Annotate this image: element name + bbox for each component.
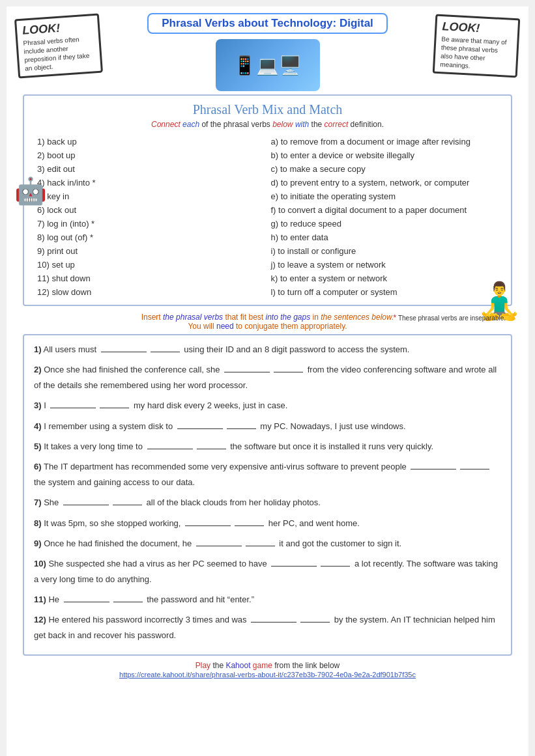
phrasal-verb-item: 7) log in (into) * xyxy=(34,217,268,230)
phrasal-verb-item: 3) edit out xyxy=(34,163,268,175)
blank-3-2 xyxy=(227,419,256,429)
phrasal-verb-item: 11) shut down xyxy=(34,272,268,285)
blank-6-1 xyxy=(63,495,109,505)
title-static: Phrasal Verbs about Technology: xyxy=(162,17,336,29)
title-box: Phrasal Verbs about Technology: Digital xyxy=(147,13,388,34)
phrasal-verb-item: 4) hack in/into * xyxy=(34,176,268,189)
definition-item: f) to convert a digital document to a pa… xyxy=(268,204,502,216)
inseparable-note: * These phrasal verbs are inseparable. xyxy=(393,313,506,322)
blank-1-2 xyxy=(274,362,303,372)
blank-5-1 xyxy=(411,459,456,469)
exercise-item: 5) It takes a very long time to the soft… xyxy=(34,439,501,454)
definition-item: h) to enter data xyxy=(268,231,502,244)
footer-url[interactable]: https://create.kahoot.it/share/phrasal-v… xyxy=(16,670,519,679)
blank-1-1 xyxy=(224,362,270,372)
blank-9-1 xyxy=(271,556,317,567)
definition-item: l) to turn off a computer or system xyxy=(268,286,502,298)
blank-0-1 xyxy=(101,342,147,352)
definition-item: k) to enter a system or network xyxy=(268,272,502,285)
header-section: LOOK! Phrasal verbs often include anothe… xyxy=(16,13,519,34)
phrasal-verb-item: 8) log out (of) * xyxy=(34,231,268,244)
phrasal-verb-item: 12) slow down xyxy=(34,286,268,298)
definition-item: e) to initiate the operating system xyxy=(268,190,502,203)
blank-10-1 xyxy=(64,592,109,602)
look-text-right: Be aware that many of these phrasal verb… xyxy=(440,35,507,69)
exercise-item: 6) The IT department has recommended som… xyxy=(34,459,501,490)
phrasal-verb-item: 2) boot up xyxy=(34,149,268,161)
definition-item: g) to reduce speed xyxy=(268,217,502,230)
exercise-item: 2) Once she had finished the conference … xyxy=(34,362,501,393)
exercise-item: 4) I remember using a system disk to my … xyxy=(34,419,501,434)
blank-8-1 xyxy=(196,536,242,546)
blank-11-1 xyxy=(251,612,296,623)
blank-7-2 xyxy=(235,516,264,526)
blank-2-1 xyxy=(50,398,96,408)
blank-3-1 xyxy=(177,419,223,429)
exercise-item: 3) I my hard disk every 2 weeks, just in… xyxy=(34,398,501,413)
blank-2-2 xyxy=(100,398,129,408)
blank-0-2 xyxy=(151,342,180,352)
phrasal-verb-item: 9) print out xyxy=(34,245,268,257)
look-box-left: LOOK! Phrasal verbs often include anothe… xyxy=(14,14,103,79)
mix-match-title: Phrasal Verb Mix and Match xyxy=(34,102,501,117)
title-accent: Digital xyxy=(340,17,373,29)
footer: Play the Kahoot game from the link below… xyxy=(16,661,519,679)
technology-image xyxy=(216,39,320,91)
exercise-box: 1) All users must using their ID and an … xyxy=(23,334,512,656)
definition-item: c) to make a secure copy xyxy=(268,163,502,175)
exercise-item: 7) She all of the black clouds from her … xyxy=(34,495,501,510)
exercise-item: 1) All users must using their ID and an … xyxy=(34,342,501,357)
exercise-item: 8) It was 5pm, so she stopped working, h… xyxy=(34,516,501,531)
footer-play-line: Play the Kahoot game from the link below xyxy=(16,661,519,670)
look-box-right: LOOK! Be aware that many of these phrasa… xyxy=(433,14,521,78)
phrasal-verb-item: 5) key in xyxy=(34,190,268,203)
blank-7-1 xyxy=(185,516,231,526)
blank-4-1 xyxy=(147,439,193,449)
phrasal-verb-grid: 1) back upa) to remove from a document o… xyxy=(34,135,501,298)
blank-11-2 xyxy=(300,612,330,623)
exercise-item: 9) Once he had finished the document, he… xyxy=(34,536,501,551)
blank-10-2 xyxy=(113,592,143,602)
blank-8-2 xyxy=(246,536,275,546)
look-label-right: LOOK! xyxy=(442,20,513,37)
page-title: Phrasal Verbs about Technology: Digital xyxy=(162,17,373,29)
phrasal-verb-item: 1) back up xyxy=(34,135,268,148)
page: LOOK! Phrasal verbs often include anothe… xyxy=(7,7,528,756)
blank-4-2 xyxy=(197,439,226,449)
look-label-left: LOOK! xyxy=(22,19,93,37)
definition-item: d) to prevent entry to a system, network… xyxy=(268,176,502,189)
mix-match-box: Phrasal Verb Mix and Match Connect each … xyxy=(23,94,512,306)
definition-item: b) to enter a device or website illegall… xyxy=(268,149,502,161)
robot-figure: 🤖 xyxy=(14,176,50,206)
blank-9-2 xyxy=(321,556,350,567)
insert-instruction: Insert the phrasal verbs that fit best i… xyxy=(23,313,512,331)
blank-5-2 xyxy=(460,459,489,469)
kahoot-link[interactable]: https://create.kahoot.it/share/phrasal-v… xyxy=(119,671,416,679)
phrasal-verb-item: 10) set up xyxy=(34,259,268,271)
look-text-left: Phrasal verbs often include another prep… xyxy=(23,36,89,72)
exercise-item: 12) He entered his password incorrectly … xyxy=(34,612,501,643)
phrasal-verb-item: 6) lock out xyxy=(34,204,268,216)
exercise-item: 11) He the password and hit “enter.” xyxy=(34,592,501,607)
definition-item: a) to remove from a document or image af… xyxy=(268,135,502,148)
exercise-item: 10) She suspected she had a virus as her… xyxy=(34,556,501,587)
mix-match-subtitle: Connect each of the phrasal verbs below … xyxy=(34,120,501,129)
mix-match-container: Phrasal Verb Mix and Match Connect each … xyxy=(16,94,519,306)
definition-item: j) to leave a system or network xyxy=(268,259,502,271)
definition-item: i) to install or configure xyxy=(268,245,502,257)
blank-6-2 xyxy=(113,495,142,505)
